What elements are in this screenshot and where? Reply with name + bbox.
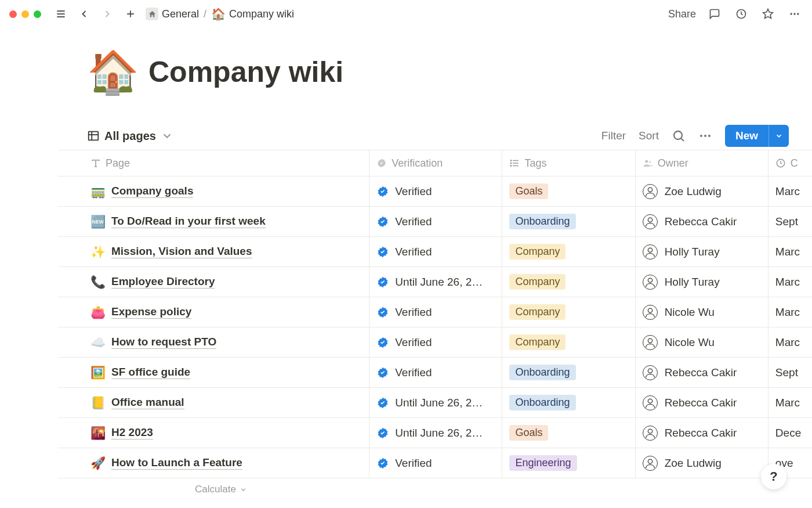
- row-page-link[interactable]: To Do/Read in your first week: [111, 215, 266, 228]
- tag-pill[interactable]: Onboarding: [509, 365, 575, 380]
- row-page-link[interactable]: Company goals: [111, 185, 193, 198]
- minimize-window-button[interactable]: [21, 10, 29, 18]
- svg-point-8: [793, 13, 795, 15]
- svg-point-33: [648, 369, 652, 373]
- avatar: [643, 365, 658, 380]
- home-icon: [146, 8, 158, 20]
- page-content: 🏠 Company wiki All pages Filter Sort New: [0, 28, 812, 500]
- table-row[interactable]: 👛 Expense policy Verified Company Nicole…: [58, 297, 812, 327]
- breadcrumb: General / 🏠 Company wiki: [146, 7, 294, 21]
- filter-button[interactable]: Filter: [601, 129, 626, 142]
- cell-tags: Company: [502, 297, 635, 327]
- maximize-window-button[interactable]: [34, 10, 41, 18]
- column-header-tags[interactable]: Tags: [502, 150, 635, 176]
- row-page-link[interactable]: Expense policy: [111, 305, 191, 319]
- cell-verification: Verified: [369, 358, 502, 387]
- row-icon: 📞: [90, 275, 106, 289]
- table-row[interactable]: ☁️ How to request PTO Verified Company N…: [58, 327, 812, 358]
- page-title[interactable]: Company wiki: [148, 55, 343, 89]
- tag-pill[interactable]: Onboarding: [509, 395, 575, 410]
- table-row[interactable]: 🆕 To Do/Read in your first week Verified…: [58, 207, 812, 237]
- row-page-link[interactable]: Office manual: [111, 396, 184, 409]
- updates-icon[interactable]: [733, 6, 749, 22]
- row-icon: 🌇: [90, 426, 106, 440]
- cell-page: 👛 Expense policy: [58, 297, 369, 327]
- column-header-owner[interactable]: Owner: [636, 150, 768, 176]
- cell-created: Marc: [768, 267, 812, 297]
- more-icon[interactable]: [786, 6, 803, 22]
- breadcrumb-parent-label: General: [162, 8, 199, 20]
- owner-name: Zoe Ludwig: [665, 457, 722, 470]
- verification-text: Until June 26, 2…: [395, 276, 483, 289]
- svg-line-14: [681, 139, 684, 142]
- cell-page: 📒 Office manual: [58, 388, 369, 417]
- new-tab-icon[interactable]: [122, 6, 139, 22]
- column-header-created[interactable]: C: [768, 150, 812, 176]
- calculate-label: Calculate: [195, 484, 236, 495]
- row-icon: 👛: [90, 305, 106, 319]
- verification-text: Verified: [395, 246, 432, 258]
- row-page-link[interactable]: H2 2023: [111, 426, 153, 439]
- table-row[interactable]: 🌇 H2 2023 Until June 26, 2… Goals Rebecc…: [58, 418, 812, 448]
- breadcrumb-current[interactable]: 🏠 Company wiki: [211, 7, 294, 21]
- tag-pill[interactable]: Goals: [509, 183, 548, 199]
- tag-pill[interactable]: Company: [509, 244, 566, 260]
- cell-owner: Rebecca Cakir: [636, 418, 768, 448]
- sort-button[interactable]: Sort: [639, 129, 659, 142]
- verification-text: Verified: [395, 457, 432, 470]
- verified-badge-icon: [376, 246, 389, 258]
- calculate-button[interactable]: Calculate: [58, 478, 384, 500]
- view-more-icon[interactable]: [698, 129, 712, 143]
- tag-pill[interactable]: Company: [509, 274, 566, 290]
- cell-owner: Rebecca Cakir: [636, 388, 768, 417]
- back-icon[interactable]: [76, 6, 92, 22]
- cell-page: 🌇 H2 2023: [58, 418, 369, 448]
- table-row[interactable]: 📒 Office manual Until June 26, 2… Onboar…: [58, 388, 812, 418]
- svg-point-30: [648, 278, 652, 282]
- menu-icon[interactable]: [53, 6, 69, 22]
- breadcrumb-separator: /: [204, 8, 206, 20]
- tag-pill[interactable]: Onboarding: [509, 214, 575, 229]
- favorite-icon[interactable]: [760, 6, 776, 22]
- table-row[interactable]: 🖼️ SF office guide Verified Onboarding R…: [58, 358, 812, 388]
- breadcrumb-parent[interactable]: General: [146, 8, 199, 20]
- search-icon[interactable]: [672, 129, 686, 143]
- tag-pill[interactable]: Goals: [509, 425, 548, 441]
- view-tab-all-pages[interactable]: All pages: [87, 129, 173, 143]
- new-button-label: New: [735, 129, 758, 142]
- table-row[interactable]: 🚀 How to Launch a Feature Verified Engin…: [58, 448, 812, 478]
- new-button: New: [725, 125, 789, 147]
- new-button-main[interactable]: New: [725, 125, 768, 147]
- cell-created: Marc: [768, 237, 812, 266]
- svg-rect-10: [89, 132, 99, 140]
- row-icon: ☁️: [90, 336, 106, 350]
- column-header-verification[interactable]: Verification: [369, 150, 502, 176]
- row-page-link[interactable]: SF office guide: [111, 366, 190, 379]
- row-page-link[interactable]: Employee Directory: [111, 275, 215, 289]
- cell-verification: Verified: [369, 327, 502, 357]
- close-window-button[interactable]: [9, 10, 17, 18]
- column-header-page[interactable]: Page: [58, 150, 369, 176]
- row-page-link[interactable]: How to Launch a Feature: [111, 456, 242, 470]
- row-page-link[interactable]: Mission, Vision and Values: [111, 245, 252, 258]
- help-label: ?: [770, 469, 777, 484]
- verification-text: Until June 26, 2…: [395, 397, 483, 409]
- table-row[interactable]: 🚃 Company goals Verified Goals Zoe Ludwi…: [58, 176, 812, 207]
- page-icon[interactable]: 🏠: [87, 51, 139, 93]
- table-row[interactable]: 📞 Employee Directory Until June 26, 2… C…: [58, 267, 812, 297]
- svg-point-25: [649, 161, 651, 163]
- help-button[interactable]: ?: [761, 464, 786, 489]
- tag-pill[interactable]: Company: [509, 334, 566, 350]
- tag-pill[interactable]: Engineering: [509, 455, 577, 471]
- svg-point-27: [648, 188, 652, 192]
- new-button-dropdown[interactable]: [768, 125, 789, 147]
- cell-verification: Verified: [369, 297, 502, 327]
- tag-pill[interactable]: Company: [509, 304, 566, 320]
- share-button[interactable]: Share: [668, 8, 696, 20]
- table-row[interactable]: ✨ Mission, Vision and Values Verified Co…: [58, 237, 812, 267]
- verified-badge-icon: [376, 215, 389, 228]
- comments-icon[interactable]: [706, 6, 723, 22]
- cell-owner: Rebecca Cakir: [636, 207, 768, 236]
- svg-point-21: [511, 160, 512, 161]
- row-page-link[interactable]: How to request PTO: [111, 336, 216, 349]
